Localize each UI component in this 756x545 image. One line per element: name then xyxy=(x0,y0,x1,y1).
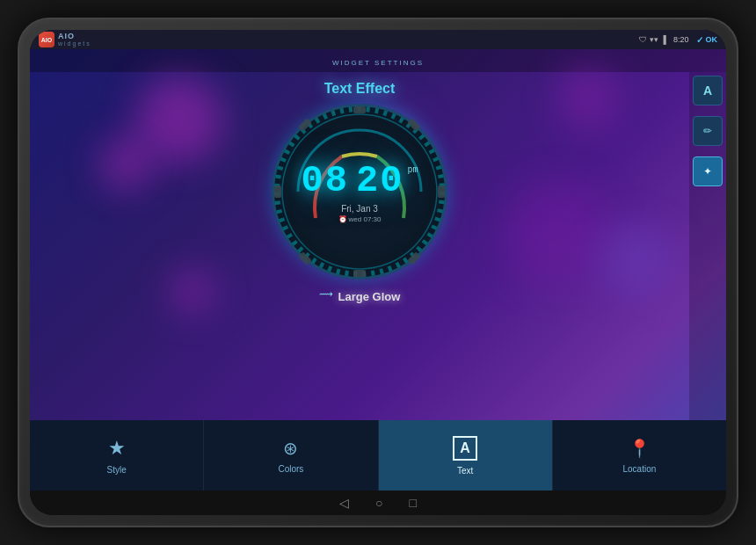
svg-rect-7 xyxy=(298,118,312,132)
text-effect-title: Text Effect xyxy=(324,81,396,97)
tab-text-label: Text xyxy=(457,466,473,476)
tab-colors-label: Colors xyxy=(278,464,303,474)
right-sidebar: A ✏ ✦ xyxy=(689,72,726,420)
clock-inner: 08 20 pm Fri, Jan 3 ⏰ wed 07:30 xyxy=(302,160,418,223)
logo-badge: AIO xyxy=(39,32,55,47)
logo-title: AIO xyxy=(58,33,91,40)
sidebar-font-button[interactable]: A xyxy=(693,76,723,105)
logo-subtitle: widgets xyxy=(58,40,91,47)
clock-widget: 08 20 pm Fri, Jan 3 ⏰ wed 07:30 xyxy=(272,104,447,280)
sidebar-spacer xyxy=(693,107,723,114)
tab-location-label: Location xyxy=(622,464,656,474)
recents-button[interactable]: □ xyxy=(410,496,417,510)
location-icon: 📍 xyxy=(629,438,651,459)
status-bar: 🛡 ▾▾ ▐ 8:20 ✓ OK xyxy=(639,35,717,45)
svg-rect-2 xyxy=(353,106,366,113)
text-icon: A xyxy=(453,436,477,461)
home-button[interactable]: ○ xyxy=(375,496,382,510)
sparkle-icon: ✦ xyxy=(703,165,712,178)
glow-effect-icon: ⟿ xyxy=(319,288,333,300)
bottom-tabs: ★ Style ⊛ Colors A Text 📍 Location xyxy=(30,420,726,490)
tablet-screen: AIO AIO widgets 🛡 ▾▾ ▐ 8:20 ✓ OK xyxy=(30,30,726,515)
sidebar-edit-button[interactable]: ✏ xyxy=(693,116,723,146)
tab-colors[interactable]: ⊛ Colors xyxy=(204,420,378,490)
svg-rect-3 xyxy=(353,270,366,277)
ok-button[interactable]: ✓ OK xyxy=(696,35,718,45)
clock-time: 08 20 pm xyxy=(302,160,418,202)
star-icon: ★ xyxy=(108,437,126,460)
font-icon: A xyxy=(703,84,712,98)
wifi-icon: ▾▾ xyxy=(650,35,658,44)
glow-label: Large Glow xyxy=(338,290,401,303)
status-icons: 🛡 ▾▾ ▐ xyxy=(639,35,666,44)
alarm-icon: ⏰ xyxy=(338,215,347,223)
sidebar-spacer2 xyxy=(693,148,723,155)
tab-style-label: Style xyxy=(107,465,127,475)
tab-text[interactable]: A Text xyxy=(379,420,553,490)
pencil-icon: ✏ xyxy=(703,125,712,137)
widget-settings-label: WIDGET SETTINGS xyxy=(332,59,424,67)
clock-hours: 08 xyxy=(302,160,349,202)
clock-alarm: ⏰ wed 07:30 xyxy=(338,215,382,223)
glow-label-row: ⟿ Large Glow xyxy=(319,285,401,303)
clock-date: Fri, Jan 3 xyxy=(341,204,378,214)
alarm-time: wed 07:30 xyxy=(349,215,382,223)
shield-icon: 🛡 xyxy=(639,35,647,44)
widget-settings-bar: WIDGET SETTINGS xyxy=(30,49,726,72)
tab-style[interactable]: ★ Style xyxy=(30,420,204,490)
main-content: Text Effect xyxy=(30,72,726,420)
checkmark-icon: ✓ xyxy=(696,35,703,45)
tablet-device: AIO AIO widgets 🛡 ▾▾ ▐ 8:20 ✓ OK xyxy=(18,18,738,527)
svg-rect-4 xyxy=(274,185,281,198)
top-bar: AIO AIO widgets 🛡 ▾▾ ▐ 8:20 ✓ OK xyxy=(30,30,726,49)
back-button[interactable]: ◁ xyxy=(339,496,349,510)
clock-minutes: 20 xyxy=(356,160,403,202)
status-time: 8:20 xyxy=(673,35,689,44)
svg-rect-6 xyxy=(407,118,421,132)
sidebar-brightness-button[interactable]: ✦ xyxy=(693,156,723,186)
svg-rect-8 xyxy=(407,251,421,265)
clock-area: Text Effect xyxy=(30,72,689,420)
app-screen: WIDGET SETTINGS Text Effect xyxy=(30,49,726,490)
clock-ampm: pm xyxy=(407,165,418,175)
svg-rect-5 xyxy=(438,185,445,198)
app-logo: AIO AIO widgets xyxy=(39,32,91,47)
colors-icon: ⊛ xyxy=(283,438,298,459)
ok-label: OK xyxy=(706,35,718,44)
svg-rect-9 xyxy=(298,251,312,265)
system-bar: ◁ ○ □ xyxy=(30,490,726,515)
signal-icon: ▐ xyxy=(661,35,666,44)
tab-location[interactable]: 📍 Location xyxy=(553,420,726,490)
